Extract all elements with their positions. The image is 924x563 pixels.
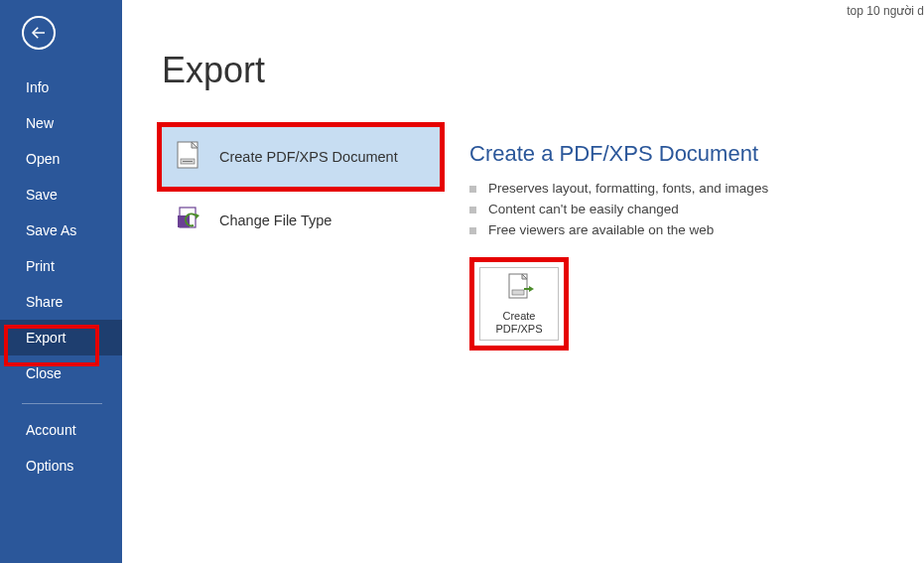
option-create-pdf-xps[interactable]: Create PDF/XPS Document: [162, 127, 440, 187]
nav-save-as[interactable]: Save As: [0, 212, 122, 248]
detail-title: Create a PDF/XPS Document: [469, 141, 884, 167]
change-file-type-icon: [174, 206, 207, 235]
create-pdf-xps-button[interactable]: Create PDF/XPS: [479, 267, 559, 341]
export-options: Create PDF/XPS Document Change File Type: [162, 127, 440, 351]
option-change-file-type[interactable]: Change File Type: [162, 191, 440, 250]
nav-new[interactable]: New: [0, 105, 122, 141]
bullet-item: Preserves layout, formatting, fonts, and…: [469, 181, 884, 196]
create-button-label: Create PDF/XPS: [495, 310, 542, 336]
nav-share[interactable]: Share: [0, 284, 122, 320]
arrow-left-icon: [30, 24, 48, 42]
option-label: Change File Type: [219, 212, 331, 228]
backstage-sidebar: Info New Open Save Save As Print Share E…: [0, 0, 122, 563]
svg-rect-10: [512, 290, 524, 295]
main-pane: Export Create PDF/XPS Document: [122, 0, 924, 563]
highlight-option-tile: [157, 122, 445, 192]
columns: Create PDF/XPS Document Change File Type…: [162, 127, 884, 351]
nav-info[interactable]: Info: [0, 70, 122, 105]
page-title: Export: [162, 50, 884, 91]
nav-export[interactable]: Export: [0, 320, 122, 355]
nav-open[interactable]: Open: [0, 141, 122, 177]
nav-options[interactable]: Options: [0, 448, 122, 484]
back-button[interactable]: [22, 16, 56, 50]
pdf-export-icon: [504, 272, 534, 306]
nav-divider: [22, 403, 102, 404]
highlight-create-button: Create PDF/XPS: [469, 257, 569, 351]
bullet-item: Free viewers are available on the web: [469, 222, 884, 237]
nav-save[interactable]: Save: [0, 177, 122, 212]
nav-print[interactable]: Print: [0, 248, 122, 284]
nav-list: Info New Open Save Save As Print Share E…: [0, 70, 122, 484]
nav-close[interactable]: Close: [0, 355, 122, 391]
nav-account[interactable]: Account: [0, 412, 122, 448]
bullet-item: Content can't be easily changed: [469, 202, 884, 216]
detail-pane: Create a PDF/XPS Document Preserves layo…: [469, 127, 884, 351]
svg-marker-7: [196, 213, 199, 219]
detail-bullets: Preserves layout, formatting, fonts, and…: [469, 181, 884, 237]
